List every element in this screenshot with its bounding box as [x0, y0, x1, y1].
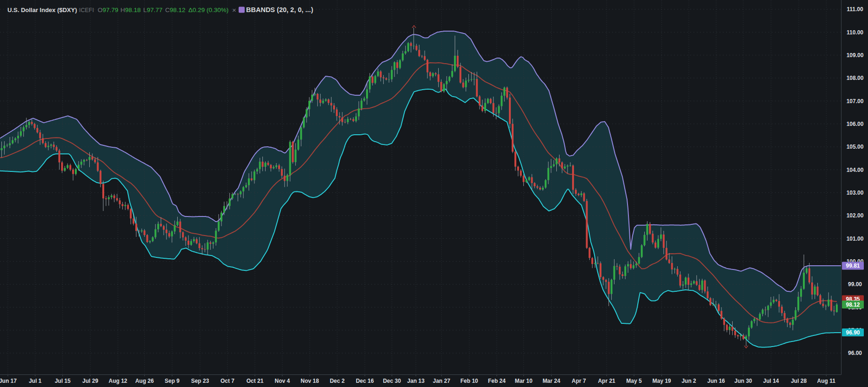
svg-text:BBANDS (20, 2, 0, ...): BBANDS (20, 2, 0, ...) [246, 6, 313, 13]
svg-text:Jul 15: Jul 15 [55, 378, 71, 384]
svg-text:Feb 10: Feb 10 [461, 378, 478, 384]
svg-text:C98.12: C98.12 [165, 7, 186, 13]
svg-text:H98.18: H98.18 [120, 7, 141, 13]
svg-text:106.00: 106.00 [847, 121, 864, 127]
svg-text:O97.79: O97.79 [98, 7, 118, 13]
svg-text:Feb 24: Feb 24 [488, 378, 506, 384]
svg-text:Apr 21: Apr 21 [598, 378, 615, 384]
svg-text:111.00: 111.00 [847, 6, 863, 13]
svg-text:Nov 4: Nov 4 [275, 378, 290, 384]
svg-text:L97.77: L97.77 [143, 7, 162, 13]
svg-text:Jul 1: Jul 1 [29, 378, 42, 384]
svg-text:Aug 11: Aug 11 [817, 378, 836, 384]
svg-text:Sep 23: Sep 23 [191, 378, 209, 384]
svg-text:Jun 16: Jun 16 [707, 378, 725, 384]
svg-text:Apr 7: Apr 7 [572, 378, 586, 384]
svg-text:Oct 21: Oct 21 [247, 378, 264, 384]
svg-text:109.00: 109.00 [847, 52, 864, 59]
svg-text:Jan 27: Jan 27 [433, 378, 451, 384]
svg-text:102.00: 102.00 [847, 212, 864, 219]
svg-text:×: × [232, 6, 236, 14]
svg-text:Jul 14: Jul 14 [763, 378, 779, 384]
svg-text:Aug 26: Aug 26 [135, 378, 154, 384]
svg-text:U.S. Dollar Index ($DXY): U.S. Dollar Index ($DXY) [7, 7, 77, 13]
svg-text:107.00: 107.00 [847, 98, 864, 105]
svg-text:Dec 16: Dec 16 [356, 378, 374, 384]
svg-text:Jun 17: Jun 17 [0, 378, 17, 384]
svg-text:Dec 30: Dec 30 [383, 378, 401, 384]
svg-text:Mar 10: Mar 10 [515, 378, 533, 384]
svg-text:108.00: 108.00 [847, 75, 864, 81]
svg-text:110.00: 110.00 [847, 29, 863, 36]
svg-text:Jul 29: Jul 29 [82, 378, 98, 384]
svg-text:Jul 28: Jul 28 [791, 378, 807, 384]
svg-text:Δ0.29 (0.30%): Δ0.29 (0.30%) [188, 7, 228, 13]
svg-text:Aug 12: Aug 12 [108, 378, 127, 384]
svg-text:Jun 30: Jun 30 [734, 378, 752, 384]
svg-text:Mar 24: Mar 24 [542, 378, 560, 384]
svg-text:Oct 7: Oct 7 [220, 378, 234, 384]
svg-text:103.00: 103.00 [847, 190, 864, 196]
svg-text:Sep 9: Sep 9 [165, 378, 180, 384]
svg-text:98.12: 98.12 [846, 302, 860, 308]
svg-text:Jun 2: Jun 2 [681, 378, 696, 384]
svg-text:May 19: May 19 [652, 378, 671, 384]
svg-text:Dec 2: Dec 2 [330, 378, 345, 384]
svg-text:Nov 18: Nov 18 [300, 378, 319, 384]
svg-text:ICEFI: ICEFI [79, 7, 94, 13]
svg-text:96.90: 96.90 [846, 329, 860, 336]
svg-text:96.00: 96.00 [848, 350, 862, 356]
svg-text:Jan 13: Jan 13 [407, 378, 425, 384]
svg-text:99.81: 99.81 [846, 262, 860, 269]
svg-text:105.00: 105.00 [847, 144, 864, 150]
svg-text:101.00: 101.00 [847, 236, 864, 242]
svg-text:104.00: 104.00 [847, 167, 864, 173]
svg-text:May 5: May 5 [626, 378, 642, 384]
svg-text:99.00: 99.00 [848, 281, 862, 288]
